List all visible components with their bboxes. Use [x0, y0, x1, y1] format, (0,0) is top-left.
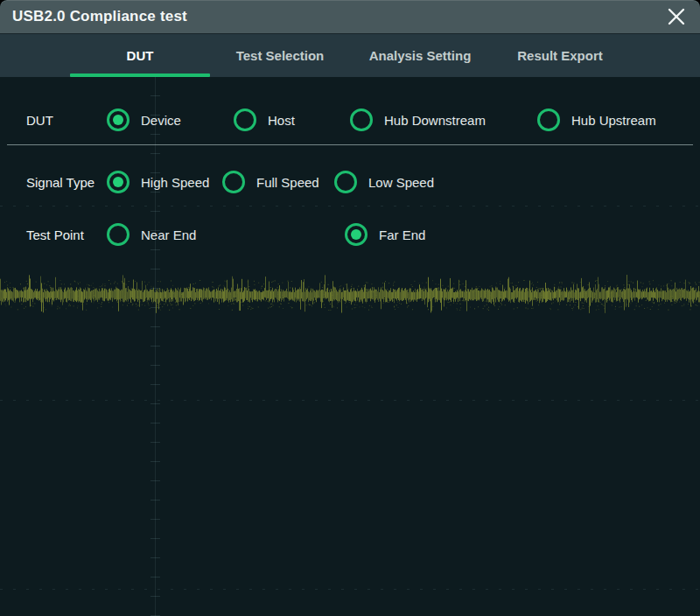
radio-hub-upstream[interactable]: Hub Upstream — [537, 108, 656, 131]
radio-icon — [334, 171, 357, 193]
radio-label: Hub Upstream — [571, 113, 656, 128]
form-row-dut: DUT Device Host Hub Downstream Hub Upstr… — [0, 107, 700, 133]
radio-far-end[interactable]: Far End — [345, 223, 425, 246]
radio-icon — [537, 108, 560, 131]
title-bar[interactable]: USB2.0 Compliance test — [0, 0, 700, 33]
usb-compliance-dialog: USB2.0 Compliance test DUT Test Selectio… — [0, 0, 700, 616]
tab-dut[interactable]: DUT — [70, 34, 210, 77]
radio-icon — [350, 108, 373, 131]
radio-high-speed[interactable]: High Speed — [107, 171, 209, 193]
radio-icon — [107, 223, 130, 246]
graticule-hline — [0, 206, 700, 206]
radio-label: Hub Downstream — [384, 113, 486, 128]
radio-label: Far End — [379, 228, 425, 242]
radio-device[interactable]: Device — [107, 108, 181, 131]
tab-bar: DUT Test Selection Analysis Setting Resu… — [0, 33, 700, 77]
form-row-test-point: Test Point Near End Far End — [0, 221, 700, 248]
radio-icon-selected — [107, 171, 130, 193]
radio-label: Device — [141, 113, 181, 128]
radio-label: Full Speed — [256, 175, 319, 190]
radio-near-end[interactable]: Near End — [107, 223, 196, 246]
tab-analysis-setting[interactable]: Analysis Setting — [350, 34, 490, 77]
dialog-content: DUT Device Host Hub Downstream Hub Upstr… — [0, 77, 700, 616]
radio-label: High Speed — [141, 175, 209, 190]
radio-full-speed[interactable]: Full Speed — [222, 171, 319, 193]
radio-label: Near End — [141, 228, 196, 242]
radio-icon — [234, 108, 256, 131]
radio-host[interactable]: Host — [234, 108, 295, 131]
tab-result-export[interactable]: Result Export — [490, 34, 630, 77]
radio-icon — [222, 171, 245, 193]
graticule-hline — [0, 589, 700, 590]
close-button[interactable] — [665, 5, 688, 28]
graticule-hline — [0, 400, 700, 401]
graticule-vertical-axis — [155, 77, 156, 616]
radio-icon-selected — [107, 108, 130, 131]
separator — [7, 144, 693, 145]
tab-strip: DUT Test Selection Analysis Setting Resu… — [70, 34, 630, 77]
radio-label: Host — [268, 113, 295, 128]
close-icon — [667, 7, 686, 26]
row-label-signal-type: Signal Type — [26, 175, 94, 190]
waveform-trace-canvas — [0, 275, 700, 317]
radio-icon-selected — [345, 223, 368, 246]
radio-hub-downstream[interactable]: Hub Downstream — [350, 108, 486, 131]
graticule-vertical-ticks — [150, 77, 160, 616]
radio-label: Low Speed — [368, 175, 434, 190]
radio-low-speed[interactable]: Low Speed — [334, 171, 434, 193]
tab-test-selection[interactable]: Test Selection — [210, 34, 350, 77]
row-label-dut: DUT — [26, 113, 53, 128]
row-label-test-point: Test Point — [26, 228, 84, 242]
dialog-title: USB2.0 Compliance test — [12, 8, 187, 25]
form-row-signal-type: Signal Type High Speed Full Speed Low Sp… — [0, 169, 700, 195]
